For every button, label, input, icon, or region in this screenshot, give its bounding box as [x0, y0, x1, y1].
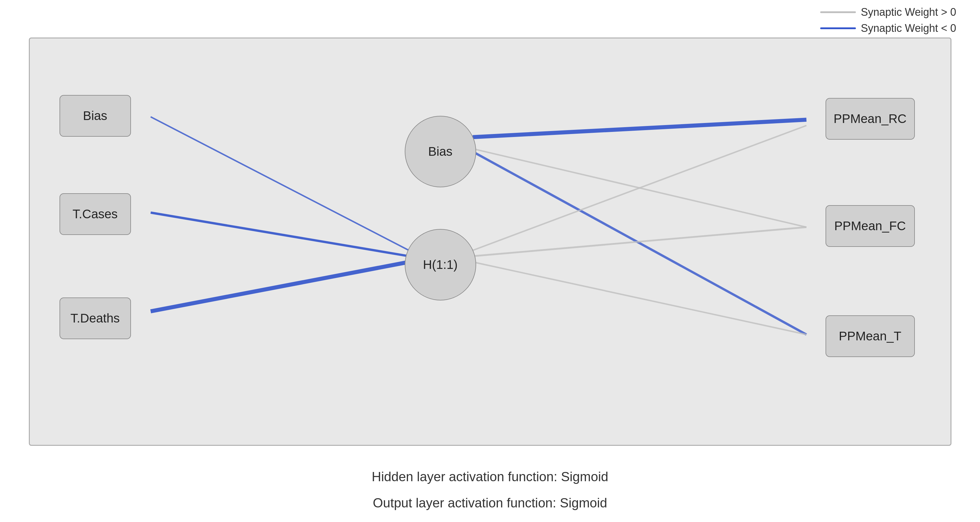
network-diagram: Bias T.Cases T.Deaths Bias H(1:1) PPMean… [29, 38, 951, 446]
main-container: Synaptic Weight > 0 Synaptic Weight < 0 [0, 0, 980, 522]
node-ppmean-t: PPMean_T [826, 315, 915, 357]
node-bias-input: Bias [59, 95, 131, 137]
legend-label-positive: Synaptic Weight > 0 [861, 6, 956, 18]
node-ppmean-rc: PPMean_RC [826, 98, 915, 140]
legend-label-negative: Synaptic Weight < 0 [861, 22, 956, 35]
node-ppmean-fc-label: PPMean_FC [834, 219, 905, 233]
legend-item-negative: Synaptic Weight < 0 [820, 22, 956, 35]
svg-line-8 [473, 262, 806, 335]
legend-line-negative [820, 27, 856, 29]
footer: Hidden layer activation function: Sigmoi… [372, 464, 608, 516]
node-bias-input-label: Bias [83, 109, 107, 123]
legend: Synaptic Weight > 0 Synaptic Weight < 0 [820, 6, 956, 35]
network-svg [30, 38, 951, 445]
node-ppmean-t-label: PPMean_T [838, 329, 901, 343]
svg-line-1 [151, 212, 409, 256]
svg-line-0 [151, 117, 409, 251]
footer-line1: Hidden layer activation function: Sigmoi… [372, 464, 608, 490]
node-h11-label: H(1:1) [423, 258, 458, 272]
svg-line-3 [473, 120, 806, 137]
svg-line-5 [473, 152, 806, 334]
node-tcases: T.Cases [59, 193, 131, 235]
node-bias-hidden-label: Bias [428, 144, 453, 159]
svg-line-2 [151, 262, 409, 311]
node-ppmean-rc-label: PPMean_RC [834, 112, 907, 126]
legend-item-positive: Synaptic Weight > 0 [820, 6, 956, 18]
node-tdeaths-label: T.Deaths [70, 311, 120, 326]
legend-line-positive [820, 11, 856, 13]
node-tdeaths: T.Deaths [59, 297, 131, 339]
footer-line2: Output layer activation function: Sigmoi… [372, 490, 608, 516]
node-ppmean-fc: PPMean_FC [826, 205, 915, 247]
node-bias-hidden: Bias [405, 116, 476, 187]
node-h11: H(1:1) [405, 229, 476, 300]
node-tcases-label: T.Cases [73, 207, 118, 221]
